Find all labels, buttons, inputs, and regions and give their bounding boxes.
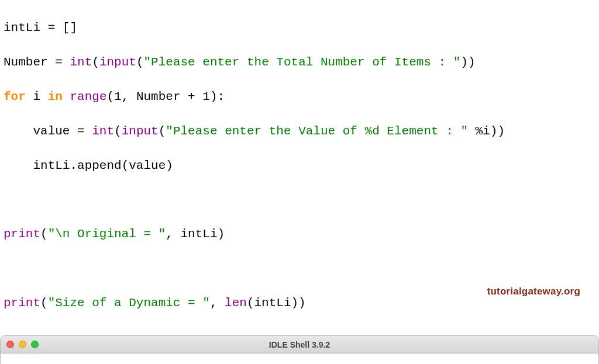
shell-output[interactable]: Please enter the Total Number of Items :… bbox=[1, 353, 598, 364]
code-token: , intLi) bbox=[166, 227, 225, 241]
code-token: (1, Number + 1): bbox=[106, 90, 225, 103]
code-blank-line bbox=[4, 260, 595, 277]
code-token: intLi bbox=[4, 21, 40, 34]
code-token: (intLi)) bbox=[247, 296, 306, 310]
code-token: = bbox=[55, 56, 63, 69]
code-token: "Please enter the Value of %d Element : … bbox=[166, 124, 468, 138]
code-token: input bbox=[122, 124, 159, 138]
minimize-icon[interactable] bbox=[19, 341, 26, 348]
traffic-lights bbox=[6, 341, 39, 348]
code-token: for bbox=[4, 90, 26, 103]
code-token: ( bbox=[159, 124, 166, 138]
code-editor: intLi = [] Number = int(input("Please en… bbox=[0, 0, 599, 332]
idle-shell-window: IDLE Shell 3.9.2 Please enter the Total … bbox=[0, 335, 599, 364]
watermark: tutorialgateway.org bbox=[487, 286, 580, 297]
window-titlebar[interactable]: IDLE Shell 3.9.2 bbox=[1, 336, 598, 353]
code-token: in bbox=[48, 90, 63, 103]
code-token: "\n Original = " bbox=[48, 227, 166, 241]
code-token: value bbox=[33, 124, 70, 138]
code-token: %i)) bbox=[468, 124, 505, 138]
code-token: intLi.append(value) bbox=[33, 159, 173, 172]
code-line: intLi.append(value) bbox=[4, 157, 595, 174]
code-indent bbox=[4, 124, 33, 138]
code-token: print bbox=[4, 296, 40, 310]
code-token: = bbox=[77, 124, 85, 138]
code-token: ( bbox=[92, 56, 99, 69]
code-token: "Please enter the Total Number of Items … bbox=[144, 56, 461, 69]
close-icon[interactable] bbox=[6, 341, 14, 348]
code-token: print bbox=[4, 227, 40, 241]
code-blank-line bbox=[4, 191, 595, 208]
code-token: )) bbox=[460, 56, 475, 69]
code-line: for i in range(1, Number + 1): bbox=[4, 88, 595, 105]
code-token: ( bbox=[40, 296, 48, 310]
code-line: print("\n Original = ", intLi) bbox=[4, 226, 595, 242]
window-title: IDLE Shell 3.9.2 bbox=[1, 340, 598, 349]
code-token: i bbox=[33, 90, 40, 103]
code-token: Number bbox=[4, 56, 48, 69]
code-token: int bbox=[70, 56, 92, 69]
code-line: value = int(input("Please enter the Valu… bbox=[4, 123, 595, 140]
code-token: input bbox=[99, 56, 136, 69]
code-token: ( bbox=[136, 56, 144, 69]
code-line: intLi = [] bbox=[4, 19, 595, 36]
code-token: , bbox=[210, 296, 225, 310]
code-token: [] bbox=[63, 21, 77, 34]
code-token: range bbox=[70, 90, 106, 103]
code-token: ( bbox=[114, 124, 122, 138]
code-indent bbox=[4, 159, 33, 172]
code-token: int bbox=[92, 124, 114, 138]
code-token: "Size of a Dynamic = " bbox=[48, 296, 210, 310]
code-token: ( bbox=[40, 227, 48, 241]
code-token: = bbox=[48, 21, 56, 34]
code-line: Number = int(input("Please enter the Tot… bbox=[4, 54, 595, 71]
zoom-icon[interactable] bbox=[31, 341, 39, 348]
code-token: len bbox=[225, 296, 247, 310]
